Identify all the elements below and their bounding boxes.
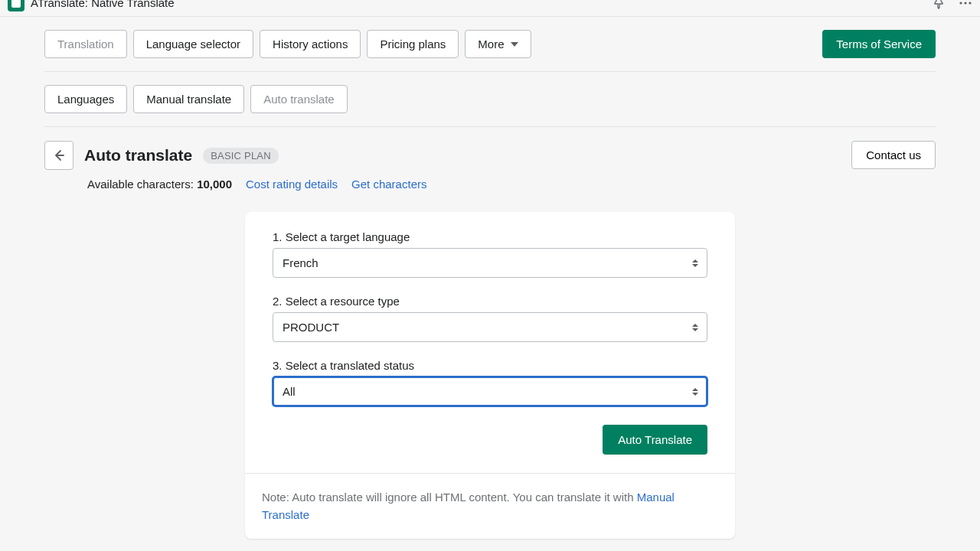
nav-more[interactable]: More [465,30,531,58]
app-logo [8,0,24,11]
svg-point-0 [959,2,962,4]
nav-more-label: More [478,37,504,51]
arrow-left-icon [52,148,66,162]
auto-translate-form-card: 1. Select a target language French 2. Se… [245,212,735,539]
chevron-down-icon [511,42,518,47]
resource-type-select[interactable]: PRODUCT [273,312,707,342]
resource-type-label: 2. Select a resource type [273,295,707,308]
tab-languages[interactable]: Languages [44,85,127,113]
cost-rating-link[interactable]: Cost rating details [246,178,338,191]
translated-status-label: 3. Select a translated status [273,359,707,372]
get-characters-link[interactable]: Get characters [351,178,426,191]
back-button[interactable] [44,141,74,170]
svg-point-1 [964,2,966,4]
tab-manual-translate[interactable]: Manual translate [133,85,244,113]
available-characters: Available characters: 10,000 [87,178,232,191]
plan-badge: BASIC PLAN [203,148,279,164]
translated-status-select[interactable]: All [273,377,707,406]
contact-us-button[interactable]: Contact us [851,141,936,169]
target-language-select[interactable]: French [273,248,707,278]
faq-heading: FAQ [44,539,936,551]
pin-icon[interactable] [933,0,945,9]
note-text: Note: Auto translate will ignore all HTM… [245,473,735,539]
page-title: Auto translate [84,146,192,165]
nav-pricing-plans[interactable]: Pricing plans [367,30,459,58]
app-title: ATranslate: Native Translate [31,0,175,9]
auto-translate-button[interactable]: Auto Translate [603,425,707,455]
nav-translation[interactable]: Translation [44,30,127,58]
nav-history-actions[interactable]: History actions [260,30,361,58]
target-language-label: 1. Select a target language [273,230,707,243]
nav-language-selector[interactable]: Language selector [133,30,253,58]
tab-auto-translate[interactable]: Auto translate [250,85,348,113]
more-icon[interactable] [959,0,972,9]
terms-of-service-button[interactable]: Terms of Service [822,30,936,58]
svg-point-2 [969,2,971,4]
